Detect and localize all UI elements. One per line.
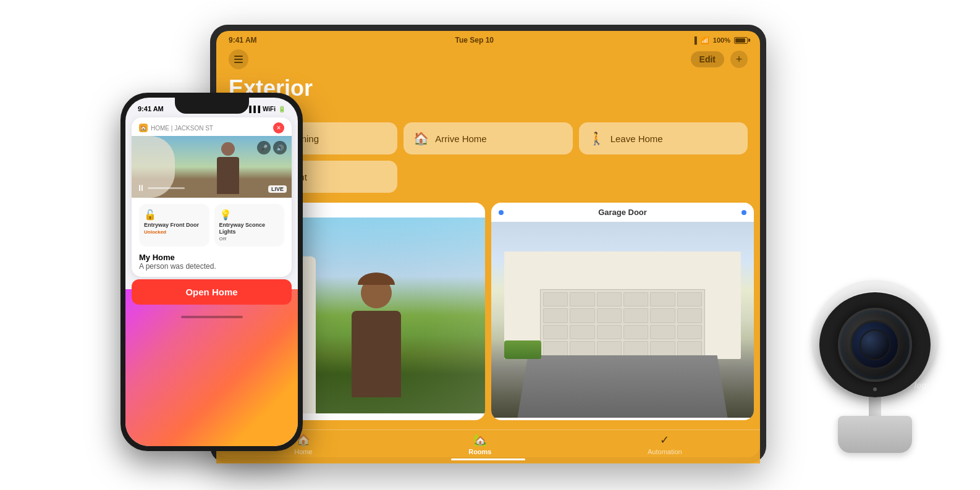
notif-app-info: 🏠 HOME | JACKSON ST <box>139 124 213 132</box>
notif-audio-controls: 🎤 🔊 <box>257 141 287 154</box>
scene-arrive-home-label: Arrive Home <box>435 133 486 144</box>
notif-person-body <box>217 157 239 194</box>
person-head <box>361 277 392 308</box>
light-icon: 💡 <box>219 209 280 221</box>
notif-pause-icon[interactable]: ⏸ <box>137 183 145 193</box>
notif-app-name: HOME | JACKSON ST <box>151 125 213 132</box>
camera-lens-outer <box>838 308 912 382</box>
phone-notch <box>175 98 249 114</box>
notif-header: 🏠 HOME | JACKSON ST × <box>132 117 292 136</box>
mute-icon[interactable]: 🎤 <box>257 141 271 154</box>
phone-frame: 9:41 AM ▐▐▐ WiFi 🔋 🏠 HOME | JACKSON ST × <box>120 93 303 451</box>
garage-door <box>540 289 706 359</box>
scene-arrive-home[interactable]: 🏠 Arrive Home <box>403 122 572 154</box>
scenes-label: Scenes <box>229 106 748 116</box>
arrive-home-icon: 🏠 <box>413 131 429 146</box>
tab-rooms[interactable]: 🏡 Rooms <box>468 433 491 455</box>
scenes-grid: 🌅 Good Morning 🏠 Arrive Home 🚶 Leave Hom… <box>229 122 748 193</box>
garden-plants <box>504 340 541 359</box>
lock-icon: 🔓 <box>144 209 205 221</box>
battery-label: 100% <box>713 36 730 44</box>
notif-person <box>213 142 243 198</box>
add-button[interactable]: + <box>730 51 748 68</box>
phone-signal-icon: ▐▐▐ <box>247 106 260 112</box>
sconce-lights-status: Off <box>219 236 280 242</box>
header-actions: Edit + <box>691 51 748 68</box>
person-figure <box>339 277 413 413</box>
device-sconce-lights[interactable]: 💡 Entryway Sconce Lights Off <box>214 204 285 247</box>
notif-playback-controls: ⏸ <box>137 183 185 193</box>
notif-home-name: My Home <box>139 253 284 262</box>
signal-icon: ▐ <box>692 36 697 44</box>
tablet-header: Edit + <box>216 47 760 75</box>
garage-camera-card[interactable]: Garage Door <box>491 203 754 420</box>
tablet-time: 9:41 AM <box>229 36 257 44</box>
rooms-tab-icon: 🏡 <box>473 433 487 447</box>
camera-lens-mid <box>850 320 900 370</box>
automation-tab-label: Automation <box>648 448 682 455</box>
phone-time: 9:41 AM <box>138 105 164 112</box>
notif-devices: 🔓 Entryway Front Door Unlocked 💡 Entrywa… <box>132 198 292 253</box>
phone-screen: 9:41 AM ▐▐▐ WiFi 🔋 🏠 HOME | JACKSON ST × <box>125 98 298 446</box>
camera-lens-inner <box>860 329 890 360</box>
automation-tab-icon: ✓ <box>660 433 669 447</box>
scene-leave-home[interactable]: 🚶 Leave Home <box>579 122 748 154</box>
notif-app-icon: 🏠 <box>139 124 148 132</box>
camera-brand-logo: logi <box>915 381 929 390</box>
garage-camera-label: Garage Door <box>598 208 647 217</box>
battery-icon <box>734 37 748 44</box>
phone-battery-icon: 🔋 <box>278 106 285 112</box>
notif-alert-text: A person was detected. <box>139 262 284 271</box>
home-bar <box>181 316 243 318</box>
home-indicator <box>125 311 298 323</box>
phone: 9:41 AM ▐▐▐ WiFi 🔋 🏠 HOME | JACKSON ST × <box>120 93 303 451</box>
tablet-status-icons: ▐ 📶 100% <box>692 36 748 44</box>
notification-card[interactable]: 🏠 HOME | JACKSON ST × ⏸ <box>132 117 292 277</box>
notif-progress-bar <box>148 187 185 189</box>
edit-button[interactable]: Edit <box>691 51 724 67</box>
leave-home-icon: 🚶 <box>589 131 604 146</box>
scene-leave-home-label: Leave Home <box>610 133 663 144</box>
camera-indicator-dot <box>873 387 877 391</box>
volume-icon[interactable]: 🔊 <box>273 141 287 154</box>
tablet-date: Tue Sep 10 <box>455 36 494 44</box>
wifi-icon: 📶 <box>701 36 709 44</box>
close-notification-button[interactable]: × <box>273 122 284 133</box>
device-front-door[interactable]: 🔓 Entryway Front Door Unlocked <box>139 204 209 247</box>
notif-footer: My Home A person was detected. <box>132 253 292 277</box>
front-door-status: Unlocked <box>144 229 205 235</box>
hamburger-icon <box>234 56 243 63</box>
notif-person-head <box>221 142 235 156</box>
tablet-status-bar: 9:41 AM Tue Sep 10 ▐ 📶 100% <box>216 31 760 47</box>
notif-live-badge: LIVE <box>268 185 287 193</box>
garage-door-panels <box>541 290 705 358</box>
person-body <box>352 311 401 397</box>
menu-button[interactable] <box>229 49 248 69</box>
phone-status-icons: ▐▐▐ WiFi 🔋 <box>247 106 285 112</box>
phone-wifi-icon: WiFi <box>263 106 276 112</box>
logi-camera-device: logi <box>801 280 949 453</box>
rooms-tab-label: Rooms <box>468 448 491 455</box>
notif-camera-feed: ⏸ LIVE 🎤 🔊 <box>132 136 292 198</box>
sconce-lights-name: Entryway Sconce Lights <box>219 222 280 235</box>
driveway <box>518 355 728 418</box>
garage-scene <box>491 222 754 418</box>
garage-status-dot <box>499 210 504 215</box>
open-home-button[interactable]: Open Home <box>132 279 292 305</box>
front-door-name: Entryway Front Door <box>144 222 205 229</box>
garage-status-dot-2 <box>741 210 746 215</box>
camera-base <box>838 416 912 453</box>
garage-camera-feed <box>491 222 754 418</box>
tab-automation[interactable]: ✓ Automation <box>648 433 682 455</box>
garage-camera-header: Garage Door <box>491 203 754 222</box>
